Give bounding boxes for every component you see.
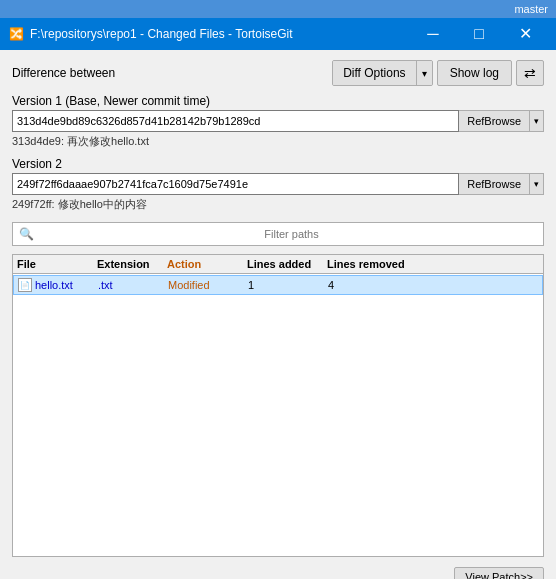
search-icon: 🔍 (13, 227, 40, 241)
col-header-file: File (17, 258, 97, 270)
cell-action: Modified (168, 279, 248, 291)
maximize-button[interactable]: □ (456, 18, 502, 50)
toolbar-row: Difference between Diff Options ▾ Show l… (12, 60, 544, 86)
diff-options-dropdown-arrow[interactable]: ▾ (417, 61, 432, 85)
toolbar-buttons: Diff Options ▾ Show log ⇄ (332, 60, 544, 86)
version1-label: Version 1 (Base, Newer commit time) (12, 94, 210, 108)
version1-hash-input[interactable] (12, 110, 459, 132)
view-patch-button[interactable]: View Patch>> (454, 567, 544, 579)
swap-button[interactable]: ⇄ (516, 60, 544, 86)
col-header-action: Action (167, 258, 247, 270)
col-header-lines-added: Lines added (247, 258, 327, 270)
cell-extension: .txt (98, 279, 168, 291)
filter-input[interactable] (40, 228, 543, 240)
cell-file: 📄 hello.txt (18, 278, 98, 292)
version2-commit-msg: 249f72ff: 修改hello中的内容 (12, 197, 544, 212)
cell-lines-added: 1 (248, 279, 328, 291)
version1-refbrowse-split: RefBrowse ▾ (459, 110, 544, 132)
filter-row: 🔍 (12, 222, 544, 246)
show-log-button[interactable]: Show log (437, 60, 512, 86)
version1-section: Version 1 (Base, Newer commit time) RefB… (12, 92, 544, 149)
file-icon: 📄 (18, 278, 32, 292)
version2-refbrowse-arrow[interactable]: ▾ (530, 174, 543, 194)
col-header-lines-removed: Lines removed (327, 258, 539, 270)
branch-label: master (514, 3, 548, 15)
table-row[interactable]: 📄 hello.txt .txt Modified 1 4 (13, 275, 543, 295)
diff-between-label: Difference between (12, 66, 115, 80)
swap-icon: ⇄ (524, 65, 536, 81)
cell-lines-removed: 4 (328, 279, 538, 291)
window-body: Difference between Diff Options ▾ Show l… (0, 50, 556, 579)
version2-refbrowse-split: RefBrowse ▾ (459, 173, 544, 195)
version2-section: Version 2 RefBrowse ▾ 249f72ff: 修改hello中… (12, 155, 544, 212)
version1-refbrowse-button[interactable]: RefBrowse (459, 111, 530, 131)
diff-options-split-btn: Diff Options ▾ (332, 60, 432, 86)
version1-refbrowse-arrow[interactable]: ▾ (530, 111, 543, 131)
bottom-bar: View Patch>> (12, 563, 544, 579)
version2-ref-row: RefBrowse ▾ (12, 173, 544, 195)
table-header: File Extension Action Lines added Lines … (13, 255, 543, 274)
version2-hash-input[interactable] (12, 173, 459, 195)
close-button[interactable]: ✕ (502, 18, 548, 50)
app-icon: 🔀 (8, 26, 24, 42)
version1-ref-row: RefBrowse ▾ (12, 110, 544, 132)
minimize-button[interactable]: ─ (410, 18, 456, 50)
diff-options-button[interactable]: Diff Options (333, 61, 416, 85)
version2-refbrowse-button[interactable]: RefBrowse (459, 174, 530, 194)
title-bar: 🔀 F:\repositorys\repo1 - Changed Files -… (0, 18, 556, 50)
version1-commit-msg: 313d4de9: 再次修改hello.txt (12, 134, 544, 149)
table-body: 📄 hello.txt .txt Modified 1 4 (13, 274, 543, 556)
version2-label: Version 2 (12, 157, 62, 171)
col-header-extension: Extension (97, 258, 167, 270)
file-table: File Extension Action Lines added Lines … (12, 254, 544, 557)
window-title: F:\repositorys\repo1 - Changed Files - T… (30, 27, 293, 41)
